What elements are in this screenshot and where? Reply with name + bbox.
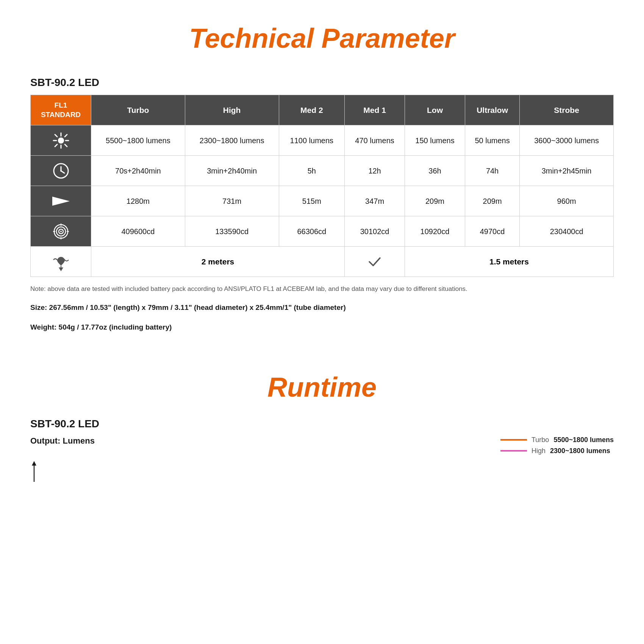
lumens-row: 5500~1800 lumens 2300~1800 lumens 1100 l… [31,125,614,156]
legend-high: High 2300~1800 lumens [500,447,614,455]
svg-point-17 [60,231,62,232]
impact-distance: 2 meters [91,247,345,277]
col-low: Low [405,95,465,125]
runtime-title: Runtime [0,341,644,414]
legend-high-label: High [531,447,546,455]
runtime-product-name: SBT-90.2 LED [30,418,614,430]
candela-high: 133590cd [185,216,279,247]
candela-row: 409600cd 133590cd 66306cd 30102cd 10920c… [31,216,614,247]
parameter-table: FL1STANDARD Turbo High Med 2 Med 1 Low U… [30,95,614,277]
lumens-strobe: 3600~3000 lumens [520,125,614,156]
lumens-turbo: 5500~1800 lumens [91,125,185,156]
col-ultralow: Ultralow [465,95,519,125]
legend-high-value: 2300~1800 lumens [550,447,610,455]
waterproof-icon-cell [31,247,91,277]
col-turbo: Turbo [91,95,185,125]
svg-marker-27 [32,461,36,466]
svg-line-5 [55,134,57,137]
beam-high: 731m [185,186,279,216]
candela-low: 10920cd [405,216,465,247]
clock-icon [34,162,88,180]
lumens-med1: 470 lumens [345,125,405,156]
runtime-ultralow: 74h [465,156,519,186]
technical-section: SBT-90.2 LED FL1STANDARD Turbo High Med … [0,69,644,341]
svg-point-12 [60,170,62,172]
beam-ultralow: 209m [465,186,519,216]
beam-turbo: 1280m [91,186,185,216]
note-text: Note: above data are tested with include… [30,284,614,294]
runtime-low: 36h [405,156,465,186]
candela-ultralow: 4970cd [465,216,519,247]
product-name: SBT-90.2 LED [30,77,614,89]
runtime-row: 70s+2h40min 3min+2h40min 5h 12h 36h 74h … [31,156,614,186]
runtime-header: Output: Lumens Turbo 5500~1800 lumens Hi… [30,436,614,485]
runtime-med2: 5h [279,156,345,186]
svg-line-8 [55,144,57,147]
runtime-section: SBT-90.2 LED Output: Lumens Turbo 5500~1… [0,414,644,489]
runtime-legend: Turbo 5500~1800 lumens High 2300~1800 lu… [500,436,614,455]
lumens-med2: 1100 lumens [279,125,345,156]
page-title: Technical Parameter [0,0,644,69]
svg-line-7 [65,134,67,137]
beam-strobe: 960m [520,186,614,216]
lumens-icon-cell [31,125,91,156]
svg-marker-22 [59,267,63,271]
candela-strobe: 230400cd [520,216,614,247]
waterproof-check [345,247,405,277]
col-high: High [185,95,279,125]
lumens-low: 150 lumens [405,125,465,156]
target-icon [34,223,88,240]
beam-med1: 347m [345,186,405,216]
table-header-row: FL1STANDARD Turbo High Med 2 Med 1 Low U… [31,95,614,125]
legend-turbo: Turbo 5500~1800 lumens [500,436,614,444]
sun-icon [34,131,88,150]
legend-turbo-label: Turbo [531,436,549,444]
svg-line-6 [65,144,67,147]
beam-distance-icon [34,194,88,208]
waterproof-distance: 1.5 meters [405,247,614,277]
col-strobe: Strobe [520,95,614,125]
col-med1: Med 1 [345,95,405,125]
candela-icon-cell [31,216,91,247]
fl1-standard-header: FL1STANDARD [31,95,91,125]
col-med2: Med 2 [279,95,345,125]
runtime-turbo: 70s+2h40min [91,156,185,186]
beam-med2: 515m [279,186,345,216]
specs-size: Size: 267.56mm / 10.53" (length) x 79mm … [30,302,614,314]
runtime-med1: 12h [345,156,405,186]
specs-weight: Weight: 504g / 17.77oz (including batter… [30,321,614,333]
beam-row: 1280m 731m 515m 347m 209m 209m 960m [31,186,614,216]
lumens-high: 2300~1800 lumens [185,125,279,156]
svg-point-0 [58,138,64,144]
beam-low: 209m [405,186,465,216]
chart-arrow [30,461,614,485]
candela-med2: 66306cd [279,216,345,247]
runtime-high: 3min+2h40min [185,156,279,186]
waterproof-row: 2 meters 1.5 meters [31,247,614,277]
candela-turbo: 409600cd [91,216,185,247]
candela-med1: 30102cd [345,216,405,247]
impact-water-icon [34,252,88,271]
clock-icon-cell [31,156,91,186]
beam-icon-cell [31,186,91,216]
lumens-ultralow: 50 lumens [465,125,519,156]
runtime-strobe: 3min+2h45min [520,156,614,186]
legend-turbo-value: 5500~1800 lumens [553,436,614,444]
svg-marker-13 [52,197,70,206]
